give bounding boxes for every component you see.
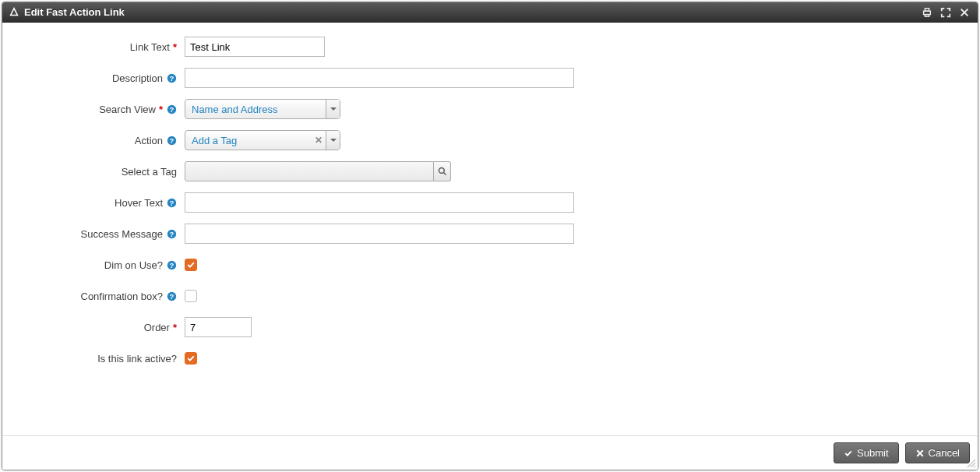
help-icon[interactable]: ? <box>166 228 177 239</box>
svg-text:?: ? <box>169 74 173 82</box>
description-input[interactable] <box>185 68 574 88</box>
link-text-input[interactable] <box>185 37 325 57</box>
required-marker: * <box>159 104 163 115</box>
success-message-input[interactable] <box>185 224 574 244</box>
confirmation-box-label: Confirmation box? <box>81 291 164 302</box>
search-view-select[interactable]: Name and Address <box>185 99 340 119</box>
submit-label: Submit <box>857 447 888 459</box>
is-active-label: Is this link active? <box>97 353 177 365</box>
help-icon[interactable]: ? <box>166 291 177 301</box>
select-tag-input[interactable] <box>185 161 434 181</box>
svg-point-9 <box>439 168 444 174</box>
chevron-down-icon[interactable] <box>326 131 340 150</box>
svg-text:?: ? <box>169 105 173 113</box>
svg-line-10 <box>443 173 446 175</box>
required-marker: * <box>173 322 177 333</box>
search-icon[interactable] <box>434 161 451 181</box>
clear-icon[interactable]: ✕ <box>312 135 326 146</box>
select-tag-label: Select a Tag <box>122 166 177 178</box>
help-icon[interactable]: ? <box>166 197 177 208</box>
link-text-label: Link Text <box>130 41 170 53</box>
svg-rect-2 <box>925 14 929 16</box>
svg-rect-1 <box>925 8 929 11</box>
cancel-label: Cancel <box>929 447 960 459</box>
dim-on-use-label: Dim on Use? <box>104 259 163 271</box>
dialog-body: Link Text * Description ? Search View * <box>2 23 978 435</box>
dim-on-use-checkbox[interactable] <box>185 259 197 271</box>
is-active-checkbox[interactable] <box>185 352 197 365</box>
order-label: Order <box>144 322 170 333</box>
action-value: Add a Tag <box>185 135 312 146</box>
submit-button[interactable]: Submit <box>834 442 898 463</box>
dialog-titlebar[interactable]: Edit Fast Action Link <box>2 2 978 23</box>
fullscreen-button[interactable] <box>939 5 953 19</box>
help-icon[interactable]: ? <box>166 259 177 270</box>
dialog-footer: Submit Cancel <box>2 435 978 470</box>
confirmation-box-checkbox[interactable] <box>185 290 197 302</box>
hover-text-input[interactable] <box>185 192 574 213</box>
action-label: Action <box>135 135 163 146</box>
close-button[interactable] <box>957 5 971 19</box>
hover-text-label: Hover Text <box>115 197 163 209</box>
print-button[interactable] <box>920 5 934 19</box>
resize-handle[interactable] <box>966 458 977 469</box>
civicrm-logo-icon <box>9 7 19 18</box>
help-icon[interactable]: ? <box>166 135 177 146</box>
description-label: Description <box>112 72 163 84</box>
help-icon[interactable]: ? <box>166 72 177 83</box>
action-select[interactable]: Add a Tag ✕ <box>185 130 340 150</box>
select-tag-entityref[interactable] <box>185 161 451 181</box>
search-view-label: Search View <box>99 104 156 115</box>
svg-text:?: ? <box>169 292 173 300</box>
cancel-button[interactable]: Cancel <box>905 442 970 463</box>
help-icon[interactable]: ? <box>166 104 177 114</box>
order-input[interactable] <box>185 317 252 337</box>
required-marker: * <box>173 41 177 53</box>
chevron-down-icon[interactable] <box>326 100 340 118</box>
svg-text:?: ? <box>169 261 173 269</box>
svg-text:?: ? <box>169 136 173 144</box>
edit-fast-action-link-dialog: Edit Fast Action Link Link Text * Descri… <box>2 2 978 470</box>
svg-text:?: ? <box>169 199 173 206</box>
svg-text:?: ? <box>169 230 173 238</box>
dialog-title: Edit Fast Action Link <box>24 6 125 18</box>
success-message-label: Success Message <box>81 228 164 240</box>
search-view-value: Name and Address <box>185 104 326 115</box>
